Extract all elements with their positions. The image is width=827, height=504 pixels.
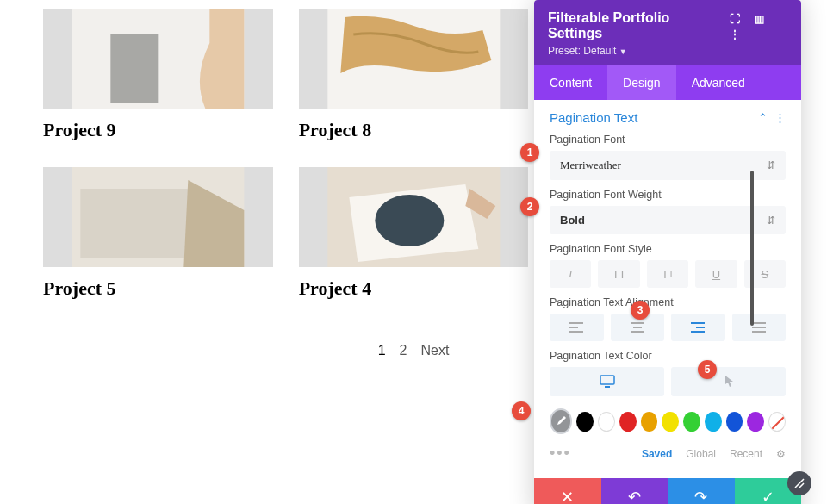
tab-content[interactable]: Content [534, 65, 607, 100]
uppercase-button[interactable]: TT [598, 260, 639, 288]
tab-advanced[interactable]: Advanced [676, 65, 761, 100]
color-swatch[interactable] [619, 412, 637, 432]
more-dots[interactable]: ••• [550, 445, 571, 463]
project-thumbnail [299, 9, 529, 109]
color-swatch[interactable] [598, 412, 615, 432]
svg-rect-6 [80, 189, 192, 258]
project-card[interactable]: Project 9 [43, 9, 273, 141]
project-thumbnail [43, 167, 273, 267]
project-title: Project 4 [299, 277, 529, 300]
color-swatch[interactable] [641, 412, 658, 432]
color-swatch[interactable] [662, 412, 679, 432]
undo-button[interactable]: ↶ [601, 478, 668, 504]
resize-handle-icon[interactable] [787, 471, 811, 495]
project-title: Project 9 [43, 119, 273, 141]
color-swatch[interactable] [747, 412, 764, 432]
settings-panel: Filterable Portfolio Settings ⛶ ▥ ⋮ Pres… [534, 0, 801, 504]
global-link[interactable]: Global [686, 448, 716, 460]
expand-icon[interactable]: ⛶ [729, 13, 741, 25]
color-none[interactable] [768, 412, 786, 432]
project-thumbnail [299, 167, 529, 267]
eyedropper-button[interactable] [550, 408, 572, 434]
saved-link[interactable]: Saved [642, 448, 672, 460]
annotation-badge-5: 5 [698, 360, 717, 379]
redo-button[interactable]: ↷ [668, 478, 735, 504]
annotation-badge-3: 3 [631, 301, 650, 320]
scrollbar[interactable] [750, 171, 754, 326]
svg-rect-10 [605, 386, 610, 388]
color-swatch[interactable] [705, 412, 722, 432]
project-card[interactable]: Project 8 [299, 9, 529, 141]
align-right-button[interactable] [671, 314, 725, 341]
caret-icon: ⇵ [767, 215, 775, 227]
page-1[interactable]: 1 [378, 343, 386, 358]
hover-tab[interactable] [671, 367, 786, 396]
preset-selector[interactable]: Preset: Default ▼ [548, 45, 787, 65]
align-justify-button[interactable] [732, 314, 787, 341]
color-swatch[interactable] [576, 412, 594, 432]
italic-button[interactable]: I [550, 260, 591, 288]
caret-icon: ⇵ [767, 159, 775, 171]
recent-link[interactable]: Recent [730, 448, 762, 460]
svg-rect-1 [110, 34, 158, 103]
section-more-icon[interactable]: ⋮ [774, 111, 786, 124]
annotation-badge-4: 4 [512, 401, 531, 420]
desktop-tab[interactable] [550, 367, 664, 396]
tabs: Content Design Advanced [534, 65, 801, 100]
annotation-badge-1: 1 [520, 143, 539, 162]
gear-icon[interactable]: ⚙ [776, 448, 786, 460]
section-title[interactable]: Pagination Text [550, 110, 637, 125]
smallcaps-button[interactable]: TT [647, 260, 688, 288]
page-next[interactable]: Next [420, 343, 449, 358]
color-label: Pagination Text Color [550, 350, 786, 362]
svg-point-8 [375, 195, 444, 246]
collapse-icon[interactable]: ⌃ [758, 111, 768, 124]
color-swatch[interactable] [726, 412, 743, 432]
project-title: Project 5 [43, 277, 273, 300]
more-icon[interactable]: ⋮ [729, 28, 741, 40]
page-2[interactable]: 2 [400, 343, 407, 358]
project-card[interactable]: Project 5 [43, 167, 273, 300]
underline-button[interactable]: U [695, 260, 737, 288]
cancel-button[interactable]: ✕ [534, 478, 601, 504]
font-label: Pagination Font [550, 134, 786, 146]
panel-title: Filterable Portfolio Settings [548, 10, 720, 41]
tab-design[interactable]: Design [607, 65, 676, 100]
annotation-badge-2: 2 [520, 197, 539, 216]
align-left-button[interactable] [550, 314, 604, 341]
svg-rect-9 [600, 376, 614, 384]
project-thumbnail [43, 9, 273, 109]
color-swatch[interactable] [683, 412, 700, 432]
project-title: Project 8 [299, 119, 529, 141]
project-card[interactable]: Project 4 [299, 167, 529, 300]
layout-icon[interactable]: ▥ [754, 13, 766, 25]
